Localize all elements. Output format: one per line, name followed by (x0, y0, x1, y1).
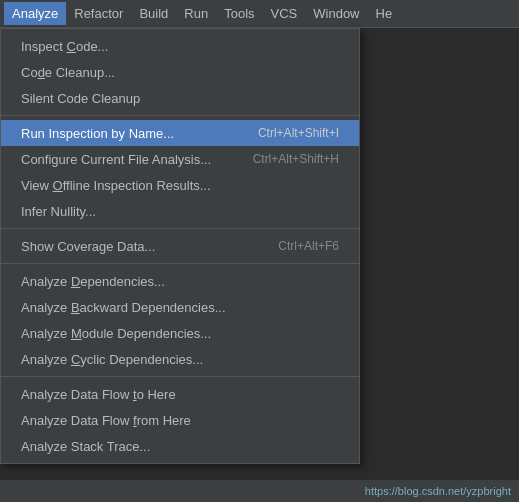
analyze-dropdown: Inspect Code... Code Cleanup... Silent C… (0, 28, 360, 464)
menu-run-label: Run (184, 6, 208, 21)
menu-item-data-flow-from[interactable]: Analyze Data Flow from Here (1, 407, 359, 433)
menu-refactor-label: Refactor (74, 6, 123, 21)
menu-build-label: Build (139, 6, 168, 21)
status-bar: https://blog.csdn.net/yzpbright (0, 480, 519, 502)
menu-item-infer-nullity-label: Infer Nullity... (21, 204, 309, 219)
status-url: https://blog.csdn.net/yzpbright (365, 485, 511, 497)
menu-item-run-inspection-shortcut: Ctrl+Alt+Shift+I (258, 126, 339, 140)
menu-item-data-flow-to-label: Analyze Data Flow to Here (21, 387, 309, 402)
menu-item-inspect-code-label: Inspect Code... (21, 39, 309, 54)
menu-item-stack-trace[interactable]: Analyze Stack Trace... (1, 433, 359, 459)
menu-window[interactable]: Window (305, 2, 367, 25)
menu-item-view-offline[interactable]: View Offline Inspection Results... (1, 172, 359, 198)
separator-1 (1, 115, 359, 116)
menu-item-code-cleanup[interactable]: Code Cleanup... (1, 59, 359, 85)
separator-3 (1, 263, 359, 264)
menu-item-silent-cleanup-label: Silent Code Cleanup (21, 91, 309, 106)
menu-item-show-coverage-shortcut: Ctrl+Alt+F6 (278, 239, 339, 253)
menu-item-infer-nullity[interactable]: Infer Nullity... (1, 198, 359, 224)
separator-2 (1, 228, 359, 229)
menu-item-run-inspection-label: Run Inspection by Name... (21, 126, 228, 141)
menu-item-show-coverage-label: Show Coverage Data... (21, 239, 248, 254)
menu-item-analyze-deps-label: Analyze Dependencies... (21, 274, 309, 289)
menu-item-code-cleanup-label: Code Cleanup... (21, 65, 309, 80)
menu-item-data-flow-to[interactable]: Analyze Data Flow to Here (1, 381, 359, 407)
menu-item-analyze-cyclic-label: Analyze Cyclic Dependencies... (21, 352, 309, 367)
menu-item-configure-analysis[interactable]: Configure Current File Analysis... Ctrl+… (1, 146, 359, 172)
menu-analyze-label: Analyze (12, 6, 58, 21)
menu-item-data-flow-from-label: Analyze Data Flow from Here (21, 413, 309, 428)
menu-refactor[interactable]: Refactor (66, 2, 131, 25)
menu-item-analyze-deps[interactable]: Analyze Dependencies... (1, 268, 359, 294)
menu-item-configure-analysis-shortcut: Ctrl+Alt+Shift+H (253, 152, 339, 166)
menu-analyze[interactable]: Analyze (4, 2, 66, 25)
menu-window-label: Window (313, 6, 359, 21)
separator-4 (1, 376, 359, 377)
menu-item-show-coverage[interactable]: Show Coverage Data... Ctrl+Alt+F6 (1, 233, 359, 259)
menu-item-run-inspection[interactable]: Run Inspection by Name... Ctrl+Alt+Shift… (1, 120, 359, 146)
menu-help[interactable]: He (368, 2, 401, 25)
menu-tools[interactable]: Tools (216, 2, 262, 25)
menu-item-analyze-module[interactable]: Analyze Module Dependencies... (1, 320, 359, 346)
menu-build[interactable]: Build (131, 2, 176, 25)
menu-run[interactable]: Run (176, 2, 216, 25)
menu-item-inspect-code[interactable]: Inspect Code... (1, 33, 359, 59)
menu-vcs[interactable]: VCS (263, 2, 306, 25)
menu-item-stack-trace-label: Analyze Stack Trace... (21, 439, 309, 454)
menu-item-view-offline-label: View Offline Inspection Results... (21, 178, 309, 193)
menu-help-label: He (376, 6, 393, 21)
menu-item-analyze-backward[interactable]: Analyze Backward Dependencies... (1, 294, 359, 320)
menu-tools-label: Tools (224, 6, 254, 21)
menu-item-configure-analysis-label: Configure Current File Analysis... (21, 152, 223, 167)
menu-item-analyze-cyclic[interactable]: Analyze Cyclic Dependencies... (1, 346, 359, 372)
menu-item-analyze-module-label: Analyze Module Dependencies... (21, 326, 309, 341)
menu-vcs-label: VCS (271, 6, 298, 21)
menu-item-silent-cleanup[interactable]: Silent Code Cleanup (1, 85, 359, 111)
menu-item-analyze-backward-label: Analyze Backward Dependencies... (21, 300, 309, 315)
menu-bar: Analyze Refactor Build Run Tools VCS Win… (0, 0, 519, 28)
